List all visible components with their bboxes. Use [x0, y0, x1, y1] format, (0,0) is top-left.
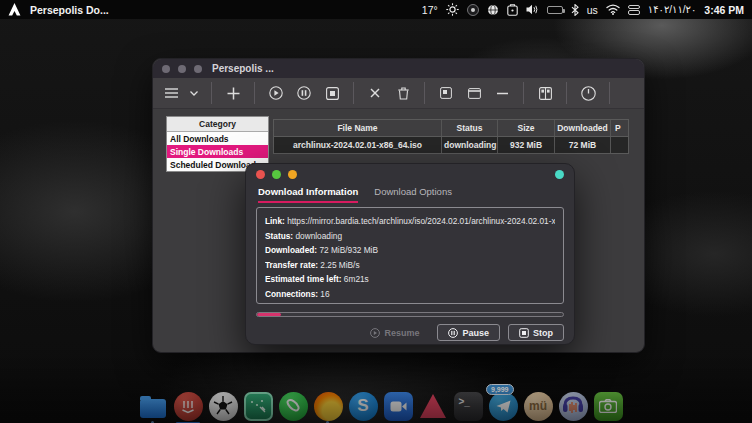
- skype-icon: S: [349, 392, 378, 421]
- dock-firefox[interactable]: [313, 391, 343, 421]
- globe-icon[interactable]: [487, 4, 499, 16]
- time-label[interactable]: 3:46 PM: [704, 4, 744, 16]
- info-link: Link: https://mirror.bardia.tech/archlin…: [265, 214, 555, 229]
- whatsapp-icon: [279, 392, 308, 421]
- dock: S >_ 9,999 mü: [138, 391, 623, 421]
- caret-down-icon[interactable]: [190, 84, 199, 102]
- stop-download-button[interactable]: [323, 84, 341, 102]
- table-header-row: File Name Status Size Downloaded P: [274, 120, 628, 137]
- info-transfer-rate-label: Transfer rate:: [265, 260, 318, 270]
- arch-logo-icon: [8, 3, 21, 16]
- wifi-icon[interactable]: [606, 4, 620, 15]
- menubar-app-name[interactable]: Persepolis Do...: [30, 4, 109, 16]
- progress-fill: [257, 313, 281, 316]
- tab-download-information[interactable]: Download Information: [258, 186, 358, 203]
- dock-video-call[interactable]: [383, 391, 413, 421]
- col-progress[interactable]: P: [611, 120, 628, 136]
- camera-icon: [594, 392, 623, 421]
- audacity-icon: [559, 392, 588, 421]
- stage-manager-icon[interactable]: [628, 5, 640, 15]
- cell-downloaded[interactable]: 72 MiB: [555, 137, 611, 153]
- dock-audacity[interactable]: [558, 391, 588, 421]
- dock-terminal[interactable]: >_: [453, 391, 483, 421]
- close-window-button[interactable]: [162, 65, 170, 73]
- toolbar-separator: [211, 82, 212, 104]
- cell-status[interactable]: downloading: [442, 137, 498, 153]
- dock-camera[interactable]: [593, 391, 623, 421]
- dock-whatsapp[interactable]: [278, 391, 308, 421]
- firefox-icon: [314, 392, 343, 421]
- col-size[interactable]: Size: [498, 120, 555, 136]
- dialog-close-button[interactable]: [256, 170, 265, 179]
- resume-button: Resume: [360, 325, 429, 340]
- battery-icon[interactable]: [547, 6, 563, 14]
- download-progress-dialog: Download Information Download Options Li…: [245, 163, 575, 345]
- mu-icon: mü: [524, 392, 553, 421]
- persepolis-icon: [174, 392, 203, 421]
- terminal-icon: >_: [454, 392, 483, 421]
- cell-progress[interactable]: [611, 137, 628, 153]
- dock-arch-triangle[interactable]: [418, 391, 448, 421]
- info-downloaded: Downloaded: 72 MiB/932 MiB: [265, 243, 555, 258]
- progress-window-icon[interactable]: [465, 84, 483, 102]
- remove-x-icon[interactable]: [366, 84, 384, 102]
- zoom-window-button[interactable]: [194, 65, 202, 73]
- dock-persepolis[interactable]: [173, 391, 203, 421]
- date-label[interactable]: ۱۴۰۲/۱۱/۲۰: [648, 4, 697, 15]
- dock-files-folder[interactable]: [138, 391, 168, 421]
- box-icon[interactable]: [507, 4, 518, 16]
- toolbar-separator: [609, 82, 610, 104]
- minus-icon[interactable]: [493, 84, 511, 102]
- teal-dot-icon: [555, 170, 564, 179]
- table-row[interactable]: archlinux-2024.02.01-x86_64.iso download…: [274, 137, 628, 153]
- bluetooth-icon[interactable]: [571, 4, 579, 16]
- temperature-label: 17°: [422, 4, 438, 16]
- keyboard-layout-label[interactable]: us: [587, 4, 598, 16]
- dialog-tabs: Download Information Download Options: [246, 184, 574, 203]
- menu-icon[interactable]: [162, 84, 180, 102]
- toolbar-separator: [353, 82, 354, 104]
- dialog-buttons: Resume Pause Stop: [246, 317, 574, 341]
- info-status: Status: downloading: [265, 229, 555, 244]
- pause-button[interactable]: Pause: [437, 324, 500, 341]
- cell-file-name[interactable]: archlinux-2024.02.01-x86_64.iso: [274, 137, 442, 153]
- queue-icon[interactable]: [536, 84, 554, 102]
- pause-download-button[interactable]: [295, 84, 313, 102]
- volume-icon[interactable]: [526, 4, 539, 15]
- category-header: Category: [167, 117, 268, 132]
- toolbar-separator: [254, 82, 255, 104]
- sun-icon[interactable]: [446, 3, 459, 16]
- stop-button[interactable]: Stop: [508, 324, 564, 341]
- main-window-titlebar[interactable]: Persepolis ...: [153, 59, 644, 78]
- info-estimated-time-label: Estimated time left:: [265, 274, 342, 284]
- dialog-zoom-button[interactable]: [272, 170, 281, 179]
- properties-icon[interactable]: [437, 84, 455, 102]
- clock-icon[interactable]: [579, 84, 597, 102]
- add-download-button[interactable]: [224, 84, 242, 102]
- col-status[interactable]: Status: [442, 120, 498, 136]
- resume-download-button[interactable]: [267, 84, 285, 102]
- col-file-name[interactable]: File Name: [274, 120, 442, 136]
- downloads-table: File Name Status Size Downloaded P archl…: [273, 119, 629, 154]
- menu-bar: Persepolis Do... 17° us ۱۴۰۲/۱۱/۲۰ 3:46: [0, 0, 752, 19]
- video-camera-icon: [384, 392, 413, 421]
- tab-download-options[interactable]: Download Options: [374, 186, 452, 203]
- cell-size[interactable]: 932 MiB: [498, 137, 555, 153]
- minimize-window-button[interactable]: [178, 65, 186, 73]
- dock-soccer-app[interactable]: [208, 391, 238, 421]
- info-transfer-rate: Transfer rate: 2.25 MiB/s: [265, 258, 555, 273]
- dialog-titlebar[interactable]: [246, 164, 574, 184]
- sidebar-item-all-downloads[interactable]: All Downloads: [167, 132, 268, 145]
- dock-video-editor[interactable]: [243, 391, 273, 421]
- dock-skype[interactable]: S: [348, 391, 378, 421]
- dock-mu-music[interactable]: mü: [523, 391, 553, 421]
- col-downloaded[interactable]: Downloaded: [555, 120, 611, 136]
- trash-icon[interactable]: [394, 84, 412, 102]
- sidebar-item-single-downloads[interactable]: Single Downloads: [167, 145, 268, 158]
- info-connections-label: Connections:: [265, 289, 318, 299]
- dark-circle-icon[interactable]: [467, 4, 479, 16]
- dialog-minimize-button[interactable]: [288, 170, 297, 179]
- toolbar-separator: [424, 82, 425, 104]
- film-editor-icon: [244, 392, 273, 421]
- dock-telegram[interactable]: 9,999: [488, 391, 518, 421]
